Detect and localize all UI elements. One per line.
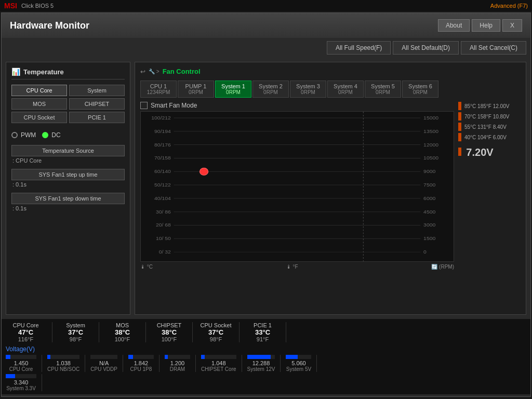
fan-tab-cpu1[interactable]: CPU 1 1234RPM: [140, 81, 177, 98]
svg-text:70/158: 70/158: [154, 155, 171, 161]
current-voltage-row: 7.20V: [458, 147, 521, 158]
volt-cpu-vddp: N/A CPU VDDP: [85, 355, 123, 372]
top-section: 📊 Temperature CPU Core System MOS CHIPSE…: [2, 58, 530, 319]
voltage-label-3: 55°C 131°F 8.40V: [464, 124, 507, 130]
all-full-speed-button[interactable]: All Full Speed(F): [327, 41, 391, 55]
cpu-core-temp-button[interactable]: CPU Core: [11, 85, 67, 96]
fan-tab-system2[interactable]: System 2 0RPM: [252, 81, 289, 98]
fahrenheit-icon: 🌡 °F: [286, 264, 298, 270]
volt-chipset-core: 1.048 CHIPSET Core: [196, 355, 242, 372]
svg-point-34: [200, 168, 208, 175]
fan-control-title: Fan Control: [163, 68, 201, 75]
current-voltage-value: 7.20V: [466, 141, 493, 163]
smart-fan-row: Smart Fan Mode: [140, 102, 454, 109]
svg-text:40/104: 40/104: [154, 196, 171, 201]
voltage-row-4: 40°C 104°F 6.00V: [458, 133, 521, 141]
volt-bar-system-5v: [286, 355, 311, 359]
volt-system-33v: 3.340 System 3.3V: [6, 374, 42, 391]
voltage-row-3: 55°C 131°F 8.40V: [458, 123, 521, 131]
svg-text:30/ 86: 30/ 86: [156, 209, 171, 214]
system-temp-button[interactable]: System: [69, 85, 125, 96]
volt-bar-system-12v: [247, 355, 275, 359]
svg-text:3000: 3000: [423, 222, 436, 228]
pwm-radio[interactable]: [11, 132, 18, 138]
svg-text:0: 0: [423, 249, 427, 255]
pwm-label: PWM: [21, 131, 36, 139]
svg-text:12000: 12000: [423, 142, 439, 147]
volt-cpu-nb-soc: 1.038 CPU NB/SOC: [42, 355, 85, 372]
fan-back-icon: ↩: [140, 68, 145, 75]
mos-temp-button[interactable]: MOS: [11, 98, 67, 110]
chart-legend: 🌡 °C 🌡 °F 🔄 (RPM): [140, 262, 454, 272]
chart-main: Smart Fan Mode 100/212 90/194 80/176 70/…: [140, 102, 454, 272]
voltage-bar-1: [458, 102, 461, 110]
step-up-button[interactable]: SYS Fan1 step up time: [11, 169, 125, 180]
sensor-row: CPU Core 47°C 116°F System 37°C 98°F MOS…: [6, 322, 526, 342]
voltage-row-1: 85°C 185°F 12.00V: [458, 102, 521, 110]
voltage-bottom-row: 1.450 CPU Core 1.038 CPU NB/SOC N/A CPU …: [6, 355, 526, 372]
volt-fill-system-33v: [6, 374, 15, 378]
volt-fill-system-5v: [286, 355, 297, 359]
msi-logo: MSI: [4, 2, 17, 10]
volt-bar-system-33v: [6, 374, 36, 378]
pwm-radio-group[interactable]: PWM: [11, 131, 36, 139]
fan-tab-system6[interactable]: System 6 0RPM: [402, 81, 438, 98]
sensor-pcie1: PCIE 1 33°C 91°F: [240, 322, 286, 342]
sensor-chipset: CHIPSET 38°C 100°F: [146, 322, 193, 342]
svg-text:6000: 6000: [423, 196, 436, 201]
fan-tab-system5[interactable]: System 5 0RPM: [365, 81, 401, 98]
fan-arrow-icon: 🔧 >: [149, 69, 159, 74]
all-set-default-button[interactable]: All Set Default(D): [393, 41, 459, 55]
main-window: Hardware Monitor About Help X All Full S…: [1, 12, 531, 397]
volt-dram: 1.200 DRAM: [159, 355, 196, 372]
fan-tab-system4[interactable]: System 4 0RPM: [327, 81, 364, 98]
dc-radio-group[interactable]: DC: [42, 131, 60, 139]
volt-system-5v: 5.060 System 5V: [281, 355, 317, 372]
svg-text:100/212: 100/212: [151, 115, 171, 121]
dc-radio[interactable]: [42, 132, 48, 138]
fan-tabs: CPU 1 1234RPM PUMP 1 0RPM System 1 0RPM …: [140, 81, 521, 98]
volt-bar-dram: [165, 355, 190, 359]
svg-text:13500: 13500: [423, 128, 439, 134]
voltage-row-2: 70°C 158°F 10.80V: [458, 112, 521, 121]
voltage-bar-2: [458, 112, 461, 121]
close-button[interactable]: X: [502, 19, 522, 32]
smart-fan-checkbox[interactable]: [140, 102, 148, 109]
volt-cpu-core: 1.450 CPU Core: [6, 355, 42, 372]
about-button[interactable]: About: [438, 19, 470, 32]
svg-text:60/140: 60/140: [154, 169, 171, 174]
pcie1-temp-button[interactable]: PCIE 1: [69, 112, 125, 123]
fan-tab-pump1[interactable]: PUMP 1 0RPM: [178, 81, 214, 98]
volt-cpu-1p8: 1.842 CPU 1P8: [123, 355, 159, 372]
temperature-panel: 📊 Temperature CPU Core System MOS CHIPSE…: [6, 62, 130, 315]
fan-tab-system3[interactable]: System 3 0RPM: [290, 81, 326, 98]
voltage-side-panel: 85°C 185°F 12.00V 70°C 158°F 10.80V 55°C…: [458, 102, 521, 272]
step-up-value: : 0.1s: [11, 181, 125, 188]
temperature-source-button[interactable]: Temperature Source: [11, 145, 125, 156]
help-button[interactable]: Help: [472, 19, 500, 32]
voltage-label-4: 40°C 104°F 6.00V: [464, 135, 507, 140]
step-down-button[interactable]: SYS Fan1 step down time: [11, 193, 125, 204]
svg-text:9000: 9000: [423, 169, 436, 174]
cpu-socket-temp-button[interactable]: CPU Socket: [11, 112, 67, 123]
temp-source-buttons: CPU Core System MOS CHIPSET CPU Socket P…: [11, 85, 125, 123]
step-down-value: : 0.1s: [11, 205, 125, 211]
volt-fill-cpu-core: [6, 355, 10, 359]
window-buttons: About Help X: [438, 19, 522, 32]
svg-text:90/194: 90/194: [154, 128, 171, 134]
sensor-system: System 37°C 98°F: [52, 322, 99, 342]
svg-text:0/ 32: 0/ 32: [159, 249, 171, 255]
fan-chart-area[interactable]: 100/212 90/194 80/176 70/158 60/140 50/1…: [140, 111, 454, 262]
chipset-temp-button[interactable]: CHIPSET: [69, 98, 125, 110]
volt-bar-cpu-1p8: [128, 355, 154, 359]
rpm-legend: 🔄 (RPM): [431, 264, 454, 270]
current-voltage-bar: [458, 148, 461, 156]
content-area: All Full Speed(F) All Set Default(D) All…: [2, 38, 530, 394]
fan-tab-system1[interactable]: System 1 0RPM: [215, 81, 251, 98]
volt-bar-cpu-nb: [47, 355, 79, 359]
sensor-cpu-core: CPU Core 47°C 116°F: [6, 322, 52, 342]
all-set-cancel-button[interactable]: All Set Cancel(C): [461, 41, 526, 55]
svg-text:50/122: 50/122: [154, 182, 171, 188]
volt-fill-dram: [165, 355, 168, 359]
volt-bar-cpu-vddp: [90, 355, 117, 359]
